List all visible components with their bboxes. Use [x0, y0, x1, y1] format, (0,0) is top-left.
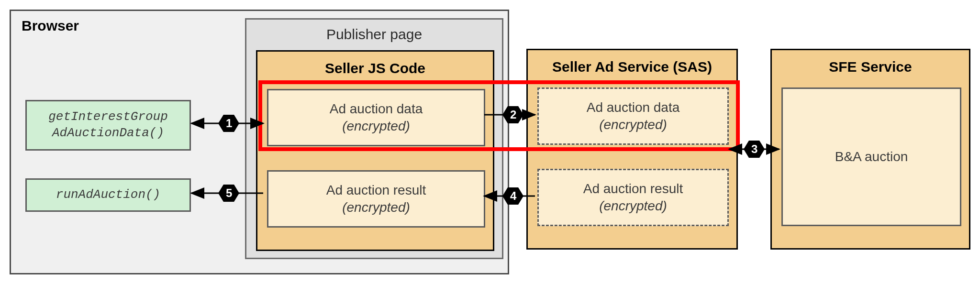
sfe-label: SFE Service: [772, 59, 969, 75]
encrypted-label: (encrypted): [342, 199, 410, 216]
api-get-interest-group: getInterestGroup AdAuctionData(): [25, 100, 191, 151]
sfe-container: SFE Service B&A auction: [770, 49, 970, 250]
step-3: 3: [751, 142, 757, 156]
sas-container: Seller Ad Service (SAS) Ad auction data …: [526, 49, 738, 250]
encrypted-label: (encrypted): [342, 118, 410, 135]
sas-auction-result-box: Ad auction result (encrypted): [537, 169, 729, 226]
browser-label: Browser: [22, 18, 79, 34]
api1-line1: getInterestGroup: [48, 109, 168, 124]
auction-result-label: Ad auction result: [583, 180, 683, 197]
encrypted-label: (encrypted): [599, 197, 667, 215]
ba-auction-label: B&A auction: [835, 148, 908, 165]
publisher-page-label: Publisher page: [246, 26, 502, 43]
step-4: 4: [510, 189, 516, 203]
seller-js-label: Seller JS Code: [257, 60, 493, 76]
seller-auction-data-box: Ad auction data (encrypted): [267, 89, 485, 146]
encrypted-label: (encrypted): [599, 116, 667, 133]
step-2: 2: [510, 108, 516, 121]
seller-auction-result-box: Ad auction result (encrypted): [267, 170, 485, 228]
sas-label: Seller Ad Service (SAS): [528, 59, 736, 75]
seller-js-container: Seller JS Code Ad auction data (encrypte…: [256, 50, 494, 251]
ba-auction-box: B&A auction: [781, 87, 961, 226]
api2-text: runAdAuction(): [56, 187, 160, 203]
api-run-ad-auction: runAdAuction(): [25, 178, 191, 212]
publisher-page-container: Publisher page Seller JS Code Ad auction…: [245, 18, 503, 259]
api1-line2: AdAuctionData(): [52, 126, 164, 140]
auction-result-label: Ad auction result: [326, 182, 426, 199]
svg-marker-7: [744, 141, 765, 158]
sas-auction-data-box: Ad auction data (encrypted): [537, 87, 729, 145]
auction-data-label: Ad auction data: [330, 100, 423, 118]
auction-data-label: Ad auction data: [587, 99, 680, 116]
